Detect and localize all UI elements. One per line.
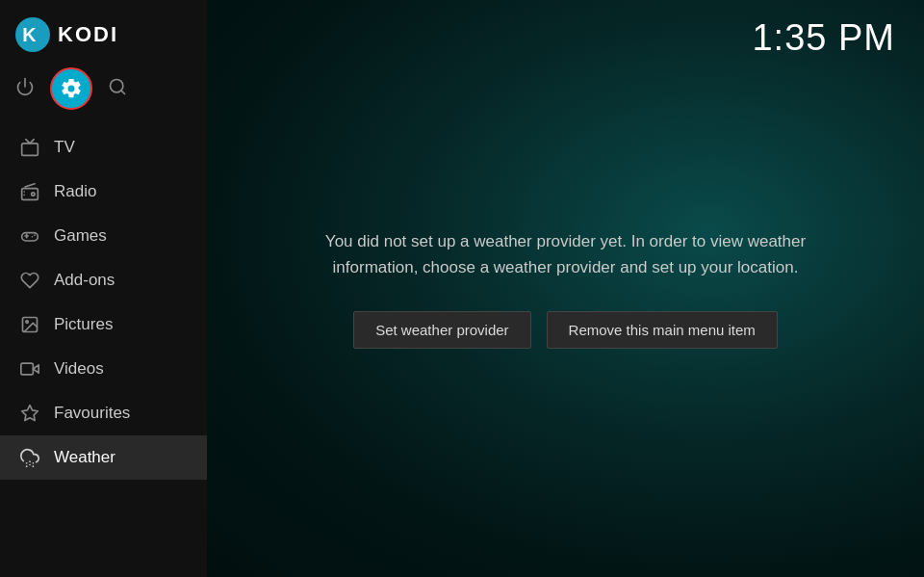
sidebar-item-radio[interactable]: Radio	[0, 170, 207, 214]
svg-marker-19	[22, 406, 38, 421]
sidebar-item-label-games: Games	[54, 226, 107, 246]
radio-icon	[19, 181, 40, 202]
weather-buttons: Set weather provider Remove this main me…	[353, 311, 778, 349]
sidebar-item-weather[interactable]: Weather	[0, 435, 207, 480]
sidebar-item-videos[interactable]: Videos	[0, 347, 207, 391]
weather-content: You did not set up a weather provider ye…	[207, 0, 924, 577]
gamepad-icon	[19, 225, 40, 247]
sidebar-item-label-radio: Radio	[54, 182, 96, 201]
sidebar-item-label-weather: Weather	[54, 448, 116, 467]
pictures-icon	[19, 314, 40, 335]
set-weather-provider-button[interactable]: Set weather provider	[353, 311, 530, 349]
main-content: 1:35 PM You did not set up a weather pro…	[207, 0, 924, 577]
weather-icon	[19, 447, 40, 468]
time-display: 1:35 PM	[752, 17, 895, 59]
star-icon	[19, 403, 40, 424]
sidebar-item-tv[interactable]: TV	[0, 125, 207, 170]
power-icon[interactable]	[15, 77, 35, 101]
settings-button[interactable]	[50, 67, 92, 110]
sidebar-header: K KODI	[0, 0, 207, 62]
gear-icon	[60, 77, 83, 100]
sidebar-item-label-tv: TV	[54, 138, 75, 157]
svg-point-7	[32, 193, 35, 196]
app-title: KODI	[58, 22, 118, 47]
sidebar-item-favourites[interactable]: Favourites	[0, 391, 207, 435]
weather-message: You did not set up a weather provider ye…	[296, 228, 835, 280]
svg-text:K: K	[22, 24, 37, 45]
svg-point-16	[26, 321, 28, 324]
remove-menu-item-button[interactable]: Remove this main menu item	[547, 311, 778, 349]
sidebar-item-label-favourites: Favourites	[54, 404, 130, 423]
svg-marker-17	[33, 365, 38, 373]
sidebar-item-label-videos: Videos	[54, 359, 104, 379]
sidebar-item-label-pictures: Pictures	[54, 315, 113, 334]
sidebar-nav: TV Radio	[0, 121, 207, 577]
svg-rect-5	[22, 144, 38, 156]
sidebar-item-games[interactable]: Games	[0, 214, 207, 258]
tv-icon	[19, 137, 40, 158]
sidebar-icons-row	[0, 62, 207, 121]
sidebar-item-pictures[interactable]: Pictures	[0, 302, 207, 347]
svg-line-4	[121, 90, 125, 93]
svg-rect-18	[21, 363, 33, 375]
svg-rect-6	[22, 189, 38, 200]
sidebar-item-label-addons: Add-ons	[54, 271, 115, 290]
sidebar-item-addons[interactable]: Add-ons	[0, 258, 207, 302]
sidebar: K KODI	[0, 0, 207, 577]
kodi-logo-icon: K	[15, 17, 50, 52]
addons-icon	[19, 270, 40, 291]
svg-rect-14	[22, 233, 38, 241]
search-icon[interactable]	[108, 77, 127, 101]
videos-icon	[19, 358, 40, 380]
